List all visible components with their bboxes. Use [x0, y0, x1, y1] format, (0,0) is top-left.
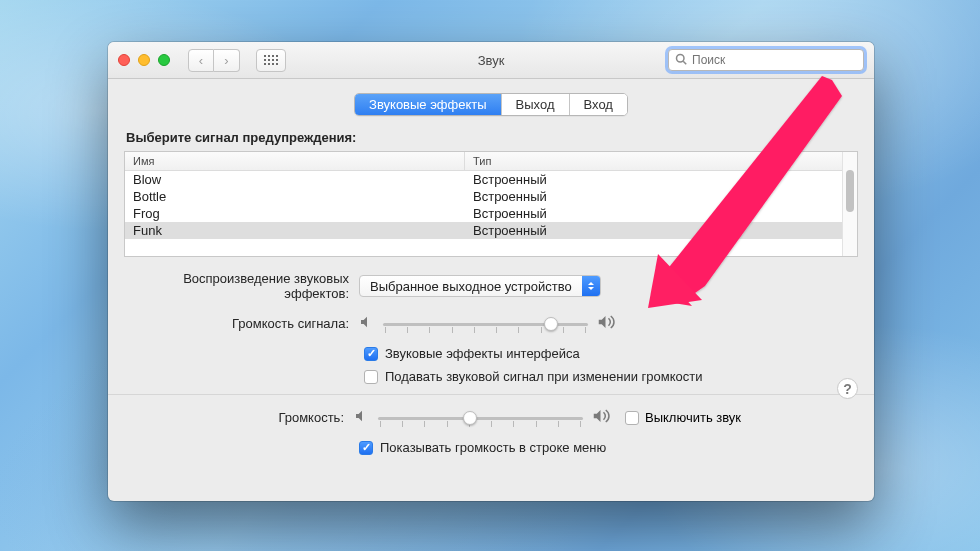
- divider: [108, 394, 874, 395]
- checkbox-icon: [359, 441, 373, 455]
- tab-bar: Звуковые эффекты Выход Вход: [354, 93, 628, 116]
- ui-effects-label: Звуковые эффекты интерфейса: [385, 346, 580, 361]
- window-controls: [118, 54, 170, 66]
- speaker-low-icon: [354, 408, 370, 427]
- speaker-low-icon: [359, 314, 375, 333]
- table-row[interactable]: Bottle Встроенный: [125, 188, 842, 205]
- forward-button[interactable]: ›: [214, 49, 240, 72]
- show-all-button[interactable]: [256, 49, 286, 72]
- ui-effects-check-row[interactable]: Звуковые эффекты интерфейса: [364, 346, 858, 361]
- search-field[interactable]: [668, 49, 864, 71]
- tab-sound-effects[interactable]: Звуковые эффекты: [355, 94, 502, 115]
- alert-sound-table: Имя Тип Blow Встроенный Bottle Встроенны…: [124, 151, 858, 257]
- scrollbar-thumb[interactable]: [846, 170, 854, 212]
- preferences-window: ‹ › Звук Звуковые эффекты Выход Вход: [108, 42, 874, 501]
- tab-output[interactable]: Выход: [502, 94, 570, 115]
- scrollbar[interactable]: [842, 152, 857, 256]
- checkbox-icon: [364, 347, 378, 361]
- chevron-left-icon: ‹: [199, 53, 203, 68]
- alert-volume-slider[interactable]: [383, 314, 588, 334]
- dropdown-value: Выбранное выходное устройство: [360, 279, 582, 294]
- search-input[interactable]: [692, 53, 857, 67]
- output-volume-slider[interactable]: [378, 408, 583, 428]
- table-row[interactable]: Blow Встроенный: [125, 171, 842, 188]
- col-name[interactable]: Имя: [125, 152, 465, 170]
- chevron-updown-icon: [582, 276, 600, 296]
- volume-feedback-label: Подавать звуковой сигнал при изменении г…: [385, 369, 702, 384]
- alert-heading: Выберите сигнал предупреждения:: [126, 130, 858, 145]
- search-icon: [675, 53, 687, 68]
- speaker-high-icon: [596, 313, 618, 334]
- help-button[interactable]: ?: [837, 378, 858, 399]
- tab-input[interactable]: Вход: [570, 94, 627, 115]
- zoom-button[interactable]: [158, 54, 170, 66]
- effects-output-label: Воспроизведение звуковых эффектов:: [124, 271, 349, 301]
- table-row[interactable]: Funk Встроенный: [125, 222, 842, 239]
- svg-point-3: [677, 54, 685, 62]
- chevron-right-icon: ›: [224, 53, 228, 68]
- svg-line-4: [683, 61, 686, 64]
- menu-bar-check-row[interactable]: Показывать громкость в строке меню: [359, 440, 858, 455]
- output-volume-label: Громкость:: [124, 410, 344, 425]
- volume-feedback-check-row[interactable]: Подавать звуковой сигнал при изменении г…: [364, 369, 858, 384]
- checkbox-icon: [364, 370, 378, 384]
- back-button[interactable]: ‹: [188, 49, 214, 72]
- grid-icon: [264, 55, 278, 65]
- nav-buttons: ‹ ›: [188, 49, 240, 72]
- titlebar: ‹ › Звук: [108, 42, 874, 79]
- table-header: Имя Тип: [125, 152, 842, 171]
- close-button[interactable]: [118, 54, 130, 66]
- effects-output-dropdown[interactable]: Выбранное выходное устройство: [359, 275, 601, 297]
- alert-volume-label: Громкость сигнала:: [124, 316, 349, 331]
- menu-bar-label: Показывать громкость в строке меню: [380, 440, 606, 455]
- minimize-button[interactable]: [138, 54, 150, 66]
- checkbox-icon: [625, 411, 639, 425]
- speaker-high-icon: [591, 407, 613, 428]
- table-row[interactable]: Frog Встроенный: [125, 205, 842, 222]
- col-type[interactable]: Тип: [465, 152, 842, 170]
- mute-label: Выключить звук: [645, 410, 741, 425]
- mute-check-row[interactable]: Выключить звук: [625, 410, 741, 425]
